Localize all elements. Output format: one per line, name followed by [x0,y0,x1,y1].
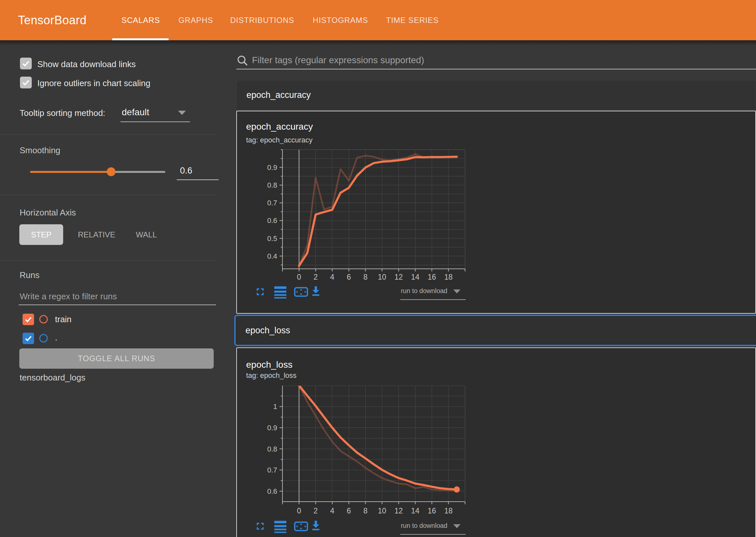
show-download-links-checkbox[interactable] [20,58,32,69]
svg-text:12: 12 [395,273,403,281]
section-header-epoch-loss[interactable]: epoch_loss [234,315,756,346]
divider [0,195,216,195]
tooltip-sorting-dropdown[interactable]: default [122,107,149,117]
run-to-download-select[interactable]: run to download [360,287,447,295]
download-icon[interactable] [310,285,321,297]
toggle-all-runs-button[interactable]: TOGGLE ALL RUNS [19,349,214,369]
run-train-color-ring [39,315,48,323]
svg-text:14: 14 [411,273,420,281]
smoothing-slider-fill [30,171,111,173]
axis-step-button[interactable]: STEP [19,224,63,245]
smoothing-value-underline [177,180,219,180]
run-train-label: train [55,314,72,324]
app-header [0,0,756,40]
svg-text:0.4: 0.4 [267,252,277,260]
show-download-links-label: Show data download links [37,59,136,69]
svg-text:4: 4 [330,273,334,281]
chart-title: epoch_accuracy [246,121,313,132]
tab-time-series[interactable]: TIME SERIES [386,0,439,40]
filter-tags-underline [236,69,756,69]
chevron-down-icon[interactable] [178,111,186,115]
log-scale-icon[interactable] [274,520,286,533]
svg-text:2: 2 [314,507,318,515]
expand-icon[interactable] [255,521,265,531]
tab-histograms[interactable]: HISTOGRAMS [313,0,368,40]
svg-text:8: 8 [363,273,367,281]
svg-text:0.5: 0.5 [267,234,277,243]
run-dot-label: . [55,333,57,343]
section-title: epoch_loss [236,325,290,336]
tooltip-sorting-underline [120,121,190,122]
divider [0,260,216,261]
svg-text:6: 6 [347,507,351,515]
runs-label: Runs [19,270,40,280]
search-icon [236,54,249,67]
svg-text:0.9: 0.9 [267,163,277,172]
filter-tags-input[interactable]: Filter tags (regular expressions support… [252,55,424,65]
tab-scalars[interactable]: SCALARS [121,0,160,40]
svg-text:2: 2 [314,273,318,281]
chart-title: epoch_loss [246,359,292,370]
svg-text:18: 18 [444,273,453,281]
run-to-download-underline [400,299,466,300]
tab-distributions[interactable]: DISTRIBUTIONS [230,0,294,40]
run-to-download-select[interactable]: run to download [360,522,447,529]
svg-text:10: 10 [378,273,387,281]
svg-text:0.8: 0.8 [267,445,277,453]
divider [0,135,216,135]
svg-text:0.6: 0.6 [267,217,277,225]
svg-text:8: 8 [363,507,367,515]
svg-text:0.7: 0.7 [267,466,277,474]
check-icon [24,315,32,323]
download-icon[interactable] [310,520,321,531]
chevron-down-icon[interactable] [453,524,461,528]
svg-text:0: 0 [297,507,301,515]
smoothing-slider-knob[interactable] [107,167,116,176]
section-title: epoch_accuracy [237,90,311,100]
fit-domain-icon[interactable] [293,287,309,297]
check-icon [21,59,30,68]
chart-tag: tag: epoch_loss [246,371,296,380]
run-train-checkbox[interactable] [22,314,34,325]
ignore-outliers-checkbox[interactable] [20,77,32,88]
svg-text:6: 6 [347,273,351,281]
chevron-down-icon[interactable] [453,289,461,293]
section-header-epoch-accuracy[interactable]: epoch_accuracy [236,80,756,110]
tooltip-sorting-label: Tooltip sorting method: [19,108,105,118]
epoch-accuracy-chart[interactable]: 0.40.50.60.70.80.9024681012141618 [242,141,491,282]
axis-wall-button[interactable]: WALL [132,224,160,245]
svg-text:18: 18 [444,507,453,515]
svg-text:4: 4 [330,507,334,515]
svg-text:0.8: 0.8 [267,181,277,189]
run-dot-color-ring [39,334,48,343]
svg-text:0: 0 [297,273,301,281]
svg-text:16: 16 [428,507,436,515]
run-to-download-underline [400,534,466,535]
check-icon [24,334,32,343]
axis-relative-button[interactable]: RELATIVE [75,224,119,245]
svg-text:12: 12 [395,507,403,515]
active-tab-underline [112,38,169,40]
app-logo: TensorBoard [18,0,87,40]
log-scale-icon[interactable] [274,286,286,299]
fit-domain-icon[interactable] [293,521,309,531]
smoothing-value-input[interactable]: 0.6 [180,166,192,176]
svg-text:16: 16 [428,273,436,281]
epoch-loss-chart[interactable]: 0.60.70.80.91024681012141618 [242,380,491,537]
runs-filter-underline [19,305,216,305]
run-dot-checkbox[interactable] [22,333,34,344]
runs-filter-input[interactable]: Write a regex to filter runs [19,291,117,302]
svg-text:0.7: 0.7 [267,199,277,207]
header-shadow [0,40,756,46]
svg-text:10: 10 [378,507,387,515]
tensorboard-app: TensorBoard SCALARS GRAPHS DISTRIBUTIONS… [0,0,756,537]
svg-text:14: 14 [411,507,420,515]
ignore-outliers-label: Ignore outliers in chart scaling [37,78,150,88]
svg-text:0.6: 0.6 [267,487,277,495]
svg-text:1: 1 [273,402,277,411]
horizontal-axis-label: Horizontal Axis [19,208,76,218]
check-icon [21,78,30,87]
log-dir-label: tensorboard_logs [19,373,86,383]
expand-icon[interactable] [255,287,265,296]
tab-graphs[interactable]: GRAPHS [178,0,213,40]
